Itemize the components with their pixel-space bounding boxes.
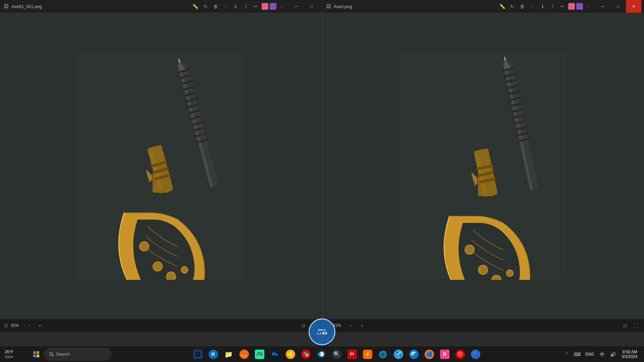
taskbar-app-app7[interactable]: ⚡ <box>360 347 375 362</box>
rotate-icon[interactable]: ↻ <box>201 2 210 11</box>
left-app-icon: 🖼 <box>3 3 9 10</box>
heart-icon[interactable]: ♡ <box>221 2 230 11</box>
right-heart-icon[interactable]: ♡ <box>528 2 537 11</box>
right-canvas <box>322 13 644 319</box>
svg-rect-62 <box>33 351 36 354</box>
taskbar-app-red[interactable]: 🔴 <box>453 347 468 362</box>
taskbar-app-chrome[interactable]: 🌐 <box>376 347 390 362</box>
right-crop-icon[interactable]: ✂ <box>558 2 567 11</box>
taskbar-app-store[interactable]: R <box>206 347 221 362</box>
search-bar[interactable]: Search <box>44 348 111 360</box>
taskbar-app-app2[interactable]: 🦊 <box>237 347 252 362</box>
taskbar-app-app6[interactable]: 🔍 <box>329 347 344 362</box>
edit-icon[interactable]: ✏️ <box>191 2 200 11</box>
share-icon[interactable]: ⤴ <box>241 2 250 11</box>
taskbar-app-photos[interactable]: 🖼 <box>191 347 205 362</box>
delete-icon[interactable]: 🗑 <box>211 2 220 11</box>
crop-icon[interactable]: ✂ <box>252 2 260 11</box>
right-delete-icon[interactable]: 🗑 <box>518 2 527 11</box>
svg-point-54 <box>478 265 488 275</box>
right-close-button[interactable]: ✕ <box>626 0 641 13</box>
right-fit-button[interactable]: ⊡ <box>621 321 629 329</box>
right-statusbar: ⊡ 31% − + ⊡ ⛶ <box>322 319 644 332</box>
taskbar-app-app4[interactable]: 🌟 <box>283 347 298 362</box>
left-viewer: 🖼 Axe01_001.png ✏️ ↻ 🗑 ♡ ℹ ⤴ ✂ ··· — □ <box>0 0 322 332</box>
weather-desc: Haze <box>5 355 25 359</box>
taskbar-app-rider[interactable]: R <box>437 347 452 362</box>
svg-rect-64 <box>33 355 36 357</box>
taskbar-app-blue[interactable]: 🔵 <box>468 347 483 362</box>
color-purple[interactable] <box>270 3 276 10</box>
info-icon[interactable]: ℹ <box>231 2 240 11</box>
right-viewer: 🖼 Axe2.png ✏️ ↻ 🗑 ♡ ℹ ⤴ ✂ ··· — □ <box>322 0 644 332</box>
svg-rect-63 <box>37 351 39 354</box>
language-indicator[interactable]: ENG <box>583 351 596 357</box>
right-share-icon[interactable]: ⤴ <box>548 2 557 11</box>
right-win-controls: — □ ✕ <box>595 0 641 13</box>
right-fullscreen-button[interactable]: ⛶ <box>632 321 640 329</box>
svg-point-68 <box>602 355 603 356</box>
left-zoom-level: 31% <box>11 323 22 328</box>
left-axe-image <box>77 52 245 280</box>
right-edit-icon[interactable]: ✏️ <box>498 2 506 11</box>
weather-widget[interactable]: 35°F Haze <box>1 349 28 360</box>
taskbar-app-telegram[interactable]: ✈️ <box>391 347 406 362</box>
more-icon[interactable]: ··· <box>278 2 286 11</box>
taskbar-app-photoshop[interactable]: Ps <box>268 347 282 362</box>
taskbar-apps: 🖼 R 📁 🦊 🎮 <box>112 347 561 362</box>
svg-point-23 <box>153 262 162 271</box>
left-filename: Axe01_001.png <box>11 4 189 9</box>
search-text: Search <box>56 352 70 357</box>
weather-temp: 35°F <box>5 350 25 355</box>
taskbar-app-steam[interactable]: 💨 <box>314 347 329 362</box>
right-zoom-level: 31% <box>333 323 345 328</box>
left-zoom-in-button[interactable]: + <box>36 321 44 329</box>
taskbar-app-app3[interactable]: 🎮 <box>252 347 267 362</box>
right-rotate-icon[interactable]: ↻ <box>508 2 517 11</box>
svg-point-56 <box>506 270 513 277</box>
left-fullscreen-button[interactable]: ⛶ <box>310 321 318 329</box>
left-status-icon: ⊡ <box>4 323 8 328</box>
right-filename: Axe2.png <box>334 4 496 9</box>
system-clock[interactable]: 9:50 AM 3/3/2024 <box>619 349 640 360</box>
left-minimize-button[interactable]: — <box>288 0 304 13</box>
keyboard-icon[interactable]: ⌨ <box>573 350 582 359</box>
taskbar-app-edge[interactable]: 🌊 <box>407 347 421 362</box>
taskbar-app-app5[interactable]: 🎭 <box>299 347 313 362</box>
windows-logo-icon <box>33 351 39 357</box>
svg-point-24 <box>166 272 176 280</box>
svg-rect-65 <box>37 355 39 357</box>
right-app-icon: 🖼 <box>325 3 332 10</box>
left-toolbar: ✏️ ↻ 🗑 ♡ ℹ ⤴ ✂ ··· <box>191 2 286 11</box>
right-minimize-button[interactable]: — <box>595 0 610 13</box>
chevron-up-icon[interactable]: ⌃ <box>562 350 571 359</box>
svg-line-67 <box>52 355 54 356</box>
left-maximize-button[interactable]: □ <box>304 0 319 13</box>
right-maximize-button[interactable]: □ <box>610 0 626 13</box>
taskbar-tray: ⌃ ⌨ ENG 🔊 9:50 AM 3/3/2024 <box>562 349 643 360</box>
network-icon[interactable] <box>597 350 607 359</box>
taskbar-app-blender[interactable]: 🔵 <box>422 347 437 362</box>
left-statusbar: ⊡ 31% − + ⊡ ⛶ <box>0 319 322 332</box>
right-more-icon[interactable]: ··· <box>584 2 593 11</box>
left-titlebar: 🖼 Axe01_001.png ✏️ ↻ 🗑 ♡ ℹ ⤴ ✂ ··· — □ <box>0 0 322 13</box>
right-zoom-out-button[interactable]: − <box>347 321 356 329</box>
clock-date: 3/3/2024 <box>622 354 637 359</box>
viewers-container: 🖼 Axe01_001.png ✏️ ↻ 🗑 ♡ ℹ ⤴ ✂ ··· — □ <box>0 0 644 332</box>
color-pink[interactable] <box>262 3 268 10</box>
clock-time: 9:50 AM <box>623 350 637 354</box>
right-axe-image <box>399 52 567 280</box>
right-zoom-in-button[interactable]: + <box>358 321 366 329</box>
left-zoom-out-button[interactable]: − <box>25 321 33 329</box>
right-info-icon[interactable]: ℹ <box>538 2 547 11</box>
volume-icon[interactable]: 🔊 <box>608 350 618 359</box>
taskbar-app-psych[interactable]: P! <box>345 347 360 362</box>
right-titlebar: 🖼 Axe2.png ✏️ ↻ 🗑 ♡ ℹ ⤴ ✂ ··· — □ <box>322 0 644 13</box>
start-button[interactable] <box>29 347 44 362</box>
svg-point-25 <box>181 266 188 273</box>
left-fit-button[interactable]: ⊡ <box>299 321 307 329</box>
right-color-pink[interactable] <box>568 3 575 10</box>
right-color-purple[interactable] <box>576 3 583 10</box>
taskbar-app-explorer[interactable]: 📁 <box>221 347 236 362</box>
left-win-controls: — □ <box>288 0 319 13</box>
